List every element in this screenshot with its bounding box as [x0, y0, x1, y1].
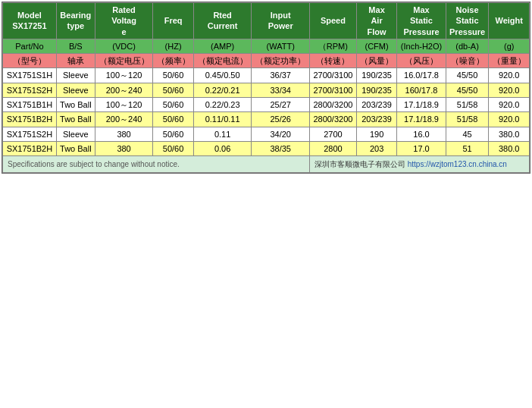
website-url: https://wzjtom123.cn.china.cn [408, 160, 507, 168]
subheader-weight-cn: （重量） [489, 54, 530, 68]
cell-bearing: Two Ball [56, 141, 95, 155]
cell-weight: 380.0 [489, 127, 530, 141]
subheader-cfm: (CFM) [356, 39, 396, 53]
cell-static: 16.0 [397, 127, 446, 141]
subheader-amp: (AMP) [193, 39, 252, 53]
cell-speed: 2700 [309, 127, 356, 141]
cell-voltage: 380 [95, 141, 153, 155]
cell-airflow: 190/235 [356, 68, 396, 83]
col-header-current: RtedCurrent [193, 3, 252, 39]
cell-voltage: 100～120 [95, 68, 153, 83]
cell-weight: 380.0 [489, 141, 530, 155]
cell-voltage: 200～240 [95, 83, 153, 97]
cell-weight: 920.0 [489, 112, 530, 127]
subheader-watt: (WATT) [252, 39, 310, 53]
subheader-inch: (Inch-H2O) [397, 39, 446, 53]
cell-airflow: 203/239 [356, 112, 396, 127]
cell-model: SX1751B2H [3, 112, 57, 127]
cell-power: 36/37 [252, 68, 310, 83]
col-header-speed: Speed [309, 3, 356, 39]
subheader-partno: Part/No [3, 39, 57, 53]
subheader-freq-cn: （频率） [153, 54, 193, 68]
subheader-hz: (HZ) [153, 39, 193, 53]
spec-table: Model SX17251 Bearingtype RatedVoltage F… [2, 2, 530, 173]
table-row: SX1751B2H Two Ball 200～240 50/60 0.11/0.… [3, 112, 530, 127]
cell-static: 17.1/18.9 [397, 98, 446, 112]
cell-static: 17.0 [397, 141, 446, 155]
cell-model: SX1751S2H [3, 127, 57, 141]
subheader-rpm: （RPM) [309, 39, 356, 53]
col-header-static-pressure: MaxStaticPressure [397, 3, 446, 39]
table-row: SX1751S2H Sleeve 380 50/60 0.11 34/20 27… [3, 127, 530, 141]
col-header-model: Model SX17251 [3, 3, 57, 39]
cell-bearing: Two Ball [56, 112, 95, 127]
cell-noise: 51 [446, 141, 489, 155]
cell-airflow: 190/235 [356, 83, 396, 97]
cell-power: 25/27 [252, 98, 310, 112]
cell-freq: 50/60 [153, 83, 193, 97]
cell-current: 0.11/0.11 [193, 112, 252, 127]
cell-airflow: 203/239 [356, 98, 396, 112]
cell-freq: 50/60 [153, 98, 193, 112]
cell-model: SX1751S1H [3, 68, 57, 83]
col-header-airflow: MaxAirFlow [356, 3, 396, 39]
col-header-power: InputPower [252, 3, 310, 39]
subheader-dba: (db-A) [446, 39, 489, 53]
cell-power: 38/35 [252, 141, 310, 155]
cell-speed: 2700/3100 [309, 68, 356, 83]
table-row: SX1751S1H Sleeve 100～120 50/60 0.45/0.50… [3, 68, 530, 83]
cell-freq: 50/60 [153, 127, 193, 141]
cell-current: 0.06 [193, 141, 252, 155]
subheader-bs: B/S [56, 39, 95, 53]
cell-noise: 45/50 [446, 68, 489, 83]
footer-url: 深圳市客顺微电子有限公司 https://wzjtom123.cn.china.… [309, 156, 529, 173]
subheader-model-cn: （型号） [3, 54, 57, 68]
cell-current: 0.22/0.21 [193, 83, 252, 97]
cell-voltage: 380 [95, 127, 153, 141]
cell-weight: 920.0 [489, 68, 530, 83]
subheader-noise-cn: （噪音） [446, 54, 489, 68]
cell-weight: 920.0 [489, 98, 530, 112]
table-row: SX1751B2H Two Ball 380 50/60 0.06 38/35 … [3, 141, 530, 155]
cell-power: 25/26 [252, 112, 310, 127]
cell-current: 0.22/0.23 [193, 98, 252, 112]
cell-weight: 920.0 [489, 83, 530, 97]
subheader-g: (g) [489, 39, 530, 53]
cell-bearing: Sleeve [56, 127, 95, 141]
company-name: 深圳市客顺微电子有限公司 [315, 160, 405, 168]
subheader-airflow-cn: （风量） [356, 54, 396, 68]
cell-noise: 45/50 [446, 83, 489, 97]
col-header-freq: Freq [153, 3, 193, 39]
cell-power: 34/20 [252, 127, 310, 141]
cell-speed: 2800/3200 [309, 112, 356, 127]
subheader-pressure-cn: （风压） [397, 54, 446, 68]
table-row: SX1751S2H Sleeve 200～240 50/60 0.22/0.21… [3, 83, 530, 97]
cell-noise: 45 [446, 127, 489, 141]
cell-bearing: Two Ball [56, 98, 95, 112]
cell-current: 0.11 [193, 127, 252, 141]
cell-bearing: Sleeve [56, 83, 95, 97]
cell-noise: 51/58 [446, 98, 489, 112]
subheader-voltage-cn: （额定电压） [95, 54, 153, 68]
cell-speed: 2700/3100 [309, 83, 356, 97]
cell-model: SX1751B2H [3, 141, 57, 155]
cell-voltage: 100～120 [95, 98, 153, 112]
col-header-voltage: RatedVoltage [95, 3, 153, 39]
subheader-speed-cn: （转速） [309, 54, 356, 68]
cell-power: 33/34 [252, 83, 310, 97]
cell-noise: 51/58 [446, 112, 489, 127]
subheader-power-cn: （额定功率） [252, 54, 310, 68]
footer-row: Specifications are subject to change wit… [3, 156, 530, 173]
cell-freq: 50/60 [153, 141, 193, 155]
subheader-vdc: (VDC) [95, 39, 153, 53]
subheader-bearing-cn: 轴承 [56, 54, 95, 68]
col-header-bearing: Bearingtype [56, 3, 95, 39]
cell-bearing: Sleeve [56, 68, 95, 83]
col-header-noise: NoiseStaticPressure [446, 3, 489, 39]
subheader-current-cn: （额定电流） [193, 54, 252, 68]
cell-speed: 2800/3200 [309, 98, 356, 112]
cell-model: SX1751S2H [3, 83, 57, 97]
cell-airflow: 190 [356, 127, 396, 141]
cell-static: 16.0/17.8 [397, 68, 446, 83]
col-header-weight: Weight [489, 3, 530, 39]
